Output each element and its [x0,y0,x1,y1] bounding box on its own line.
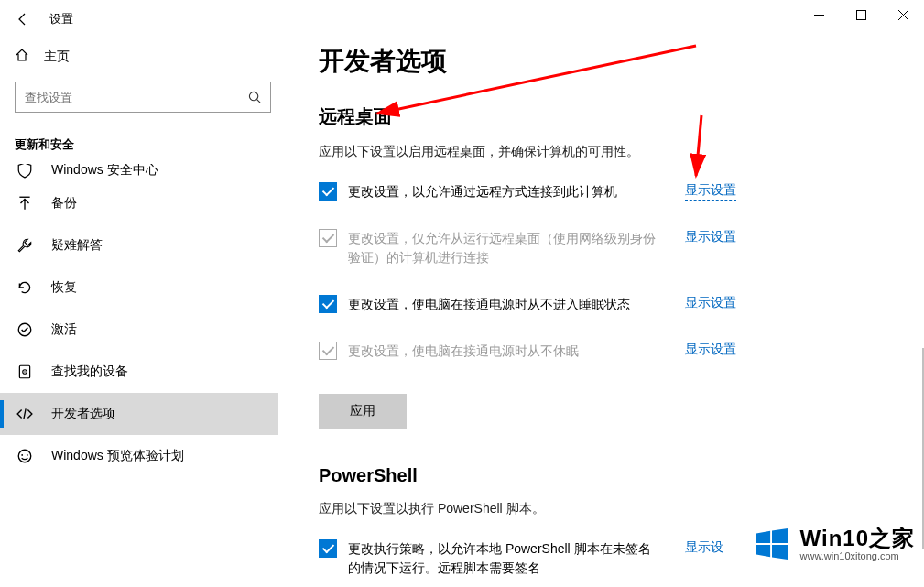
arrow-left-icon [16,12,30,27]
search-input[interactable] [16,91,239,104]
search-box[interactable] [15,82,271,113]
apply-button[interactable]: 应用 [319,394,407,429]
setting-row: 更改设置，仅允许从运行远程桌面（使用网络级别身份验证）的计算机进行连接显示设置 [319,229,887,267]
svg-rect-1 [856,10,865,19]
page-title: 开发者选项 [319,44,887,79]
app-title: 设置 [46,11,73,27]
svg-point-11 [18,450,31,462]
recovery-icon [16,279,33,296]
sidebar-item-label: Windows 安全中心 [51,164,158,179]
content-area: 开发者选项 远程桌面 应用以下设置以启用远程桌面，并确保计算机的可用性。 更改设… [293,38,924,587]
setting-label: 更改设置，使电脑在接通电源时从不休眠 [348,342,659,361]
setting-checkbox [319,229,337,247]
developer-icon [16,406,33,422]
watermark-brand: Win10 [800,526,869,550]
sidebar-item-label: Windows 预览体验计划 [51,448,184,464]
sidebar-home[interactable]: 主页 [0,38,278,74]
findmydevice-icon [16,364,33,380]
sidebar-item-label: 查找我的设备 [51,364,128,380]
show-settings-link[interactable]: 显示设置 [685,342,736,358]
svg-marker-19 [772,545,788,560]
sidebar: 主页 更新和安全 Windows 安全中心备份疑难解答恢复激活查找我的设备开发者… [0,38,293,587]
setting-row: 更改设置，以允许通过远程方式连接到此计算机显示设置 [319,182,887,201]
sidebar-item-shield[interactable]: Windows 安全中心 [0,164,278,182]
shield-icon [16,164,33,179]
close-icon [898,10,908,20]
svg-marker-18 [756,545,769,557]
sidebar-item-label: 激活 [51,321,77,338]
svg-point-4 [249,92,257,100]
minimize-button[interactable] [798,0,840,29]
titlebar: 设置 [0,0,924,38]
svg-point-7 [18,323,31,336]
svg-line-5 [256,99,260,103]
svg-marker-17 [772,528,788,543]
windows-logo-icon [755,527,789,561]
setting-checkbox[interactable] [319,182,337,201]
search-icon[interactable] [239,91,270,104]
watermark-suffix: 之家 [869,527,915,550]
sidebar-item-recovery[interactable]: 恢复 [0,266,278,309]
troubleshoot-icon [16,237,33,254]
setting-row: 更改设置，使电脑在接通电源时从不休眠显示设置 [319,342,887,361]
setting-checkbox [319,342,337,360]
svg-point-13 [27,454,28,456]
home-icon [15,48,29,65]
setting-checkbox[interactable] [319,539,337,558]
minimize-icon [814,10,824,20]
show-settings-link[interactable]: 显示设置 [685,182,736,201]
maximize-icon [856,10,866,20]
sidebar-item-developer[interactable]: 开发者选项 [0,393,278,435]
setting-label: 更改设置，仅允许从运行远程桌面（使用网络级别身份验证）的计算机进行连接 [348,229,659,267]
insider-icon [16,448,33,464]
setting-label: 更改设置，使电脑在接通电源时从不进入睡眠状态 [348,295,659,314]
show-settings-link[interactable]: 显示设置 [685,295,736,311]
setting-label: 更改设置，以允许通过远程方式连接到此计算机 [348,182,659,201]
svg-marker-16 [756,531,769,543]
activation-icon [16,321,33,338]
watermark-url: www.win10xitong.com [800,550,915,561]
sidebar-category: 更新和安全 [0,127,278,164]
close-button[interactable] [882,0,924,29]
sidebar-item-label: 备份 [51,195,77,212]
back-button[interactable] [0,0,46,38]
section-remote-desc: 应用以下设置以启用远程桌面，并确保计算机的可用性。 [319,144,887,160]
setting-label: 更改执行策略，以允许本地 PowerShell 脚本在未签名的情况下运行。远程脚… [348,539,659,578]
setting-row: 更改设置，使电脑在接通电源时从不进入睡眠状态显示设置 [319,295,887,314]
show-settings-link[interactable]: 显示设置 [685,229,736,245]
sidebar-item-troubleshoot[interactable]: 疑难解答 [0,224,278,266]
sidebar-item-backup[interactable]: 备份 [0,182,278,224]
sidebar-item-label: 恢复 [51,279,77,296]
sidebar-item-activation[interactable]: 激活 [0,309,278,351]
section-powershell-heading: PowerShell [319,465,887,486]
watermark: Win10之家 www.win10xitong.com [755,527,915,561]
maximize-button[interactable] [840,0,882,29]
show-settings-link[interactable]: 显示设 [685,539,723,556]
sidebar-item-findmydevice[interactable]: 查找我的设备 [0,351,278,393]
section-remote-heading: 远程桌面 [319,104,887,129]
sidebar-home-label: 主页 [44,49,70,65]
sidebar-item-label: 开发者选项 [51,406,115,422]
svg-point-10 [24,371,25,372]
svg-point-12 [21,454,23,456]
section-powershell-desc: 应用以下设置以执行 PowerShell 脚本。 [319,501,887,517]
sidebar-item-label: 疑难解答 [51,237,103,254]
sidebar-item-insider[interactable]: Windows 预览体验计划 [0,435,278,477]
setting-checkbox[interactable] [319,295,337,313]
backup-icon [16,195,33,212]
